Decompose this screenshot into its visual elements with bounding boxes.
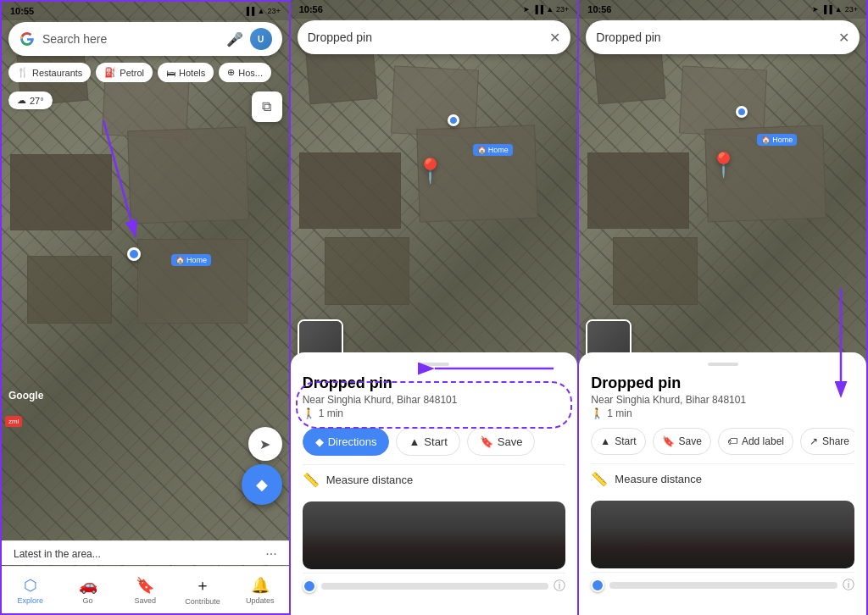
save-label-3: Save	[679, 435, 702, 447]
chip-label: Restaurants	[32, 68, 82, 78]
battery-label-3: 23+	[845, 5, 858, 14]
street-view-3[interactable]	[591, 501, 854, 568]
layer-button[interactable]: ⧉	[252, 91, 282, 122]
battery-label: 23+	[267, 7, 280, 15]
save-button-2[interactable]: 🔖 Save	[467, 428, 536, 456]
home-pin: 🏠 Home	[171, 254, 211, 266]
chip-restaurants[interactable]: 🍴 Restaurants	[8, 63, 91, 82]
nav-updates-label: Updates	[246, 596, 275, 605]
start-icon: ▲	[409, 435, 420, 448]
info-icon-2[interactable]: ⓘ	[554, 579, 565, 594]
status-icons-3: ➤ ▐▐ ▲ 23+	[812, 5, 858, 14]
measure-row-3[interactable]: 📏 Measure distance	[591, 463, 854, 494]
bottom-nav-1: ⬡ Explore 🚗 Go 🔖 Saved ＋ Contribute 🔔 Up…	[2, 566, 289, 613]
chip-label: Petrol	[120, 68, 144, 78]
address-dot-3	[591, 579, 604, 592]
chip-hotels[interactable]: 🛏 Hotels	[158, 63, 214, 82]
chip-label: Hos...	[238, 68, 263, 78]
dropped-pin-marker-2: 📍	[415, 157, 445, 185]
signal-icon: ▐▐	[244, 7, 255, 15]
add-label-text: Add label	[742, 435, 784, 447]
panel-walk-3: 🚶 1 min	[591, 407, 854, 419]
contribute-icon: ＋	[195, 575, 210, 596]
restaurant-icon: 🍴	[17, 67, 29, 78]
go-icon: 🚗	[79, 576, 97, 595]
status-time-1: 10:55	[10, 6, 34, 16]
directions-icon: ◆	[315, 435, 324, 448]
panel-title-2: Dropped pin	[303, 374, 566, 392]
panel-handle-3	[708, 363, 738, 366]
measure-row-2[interactable]: 📏 Measure distance	[303, 464, 566, 495]
google-logo: Google	[8, 390, 43, 402]
nav-saved[interactable]: 🔖 Saved	[116, 576, 174, 605]
dropped-pin-bar-2[interactable]: Dropped pin ✕	[298, 20, 571, 54]
walk-icon-3: 🚶	[591, 407, 604, 419]
status-icons-1: ▐▐ ▲ 23+	[244, 7, 281, 15]
directions-button[interactable]: ◆ Directions	[303, 428, 390, 456]
nav-explore[interactable]: ⬡ Explore	[2, 576, 59, 605]
add-label-button[interactable]: 🏷 Add label	[718, 428, 793, 455]
share-icon: ↗	[810, 435, 818, 447]
start-label-3: Start	[615, 435, 636, 447]
location-dot-2	[448, 114, 459, 126]
chip-label: Hotels	[179, 68, 205, 78]
nav-contribute[interactable]: ＋ Contribute	[174, 575, 231, 606]
compass-icon: ➤	[259, 436, 270, 452]
status-icons-2: ➤ ▐▐ ▲ 23+	[523, 5, 569, 14]
weather-pill[interactable]: ☁ 27°	[8, 91, 53, 109]
panel-title-3: Dropped pin	[591, 374, 854, 392]
street-view-2[interactable]	[303, 501, 566, 569]
latest-bar: Latest in the area... ···	[2, 540, 289, 565]
nav-go[interactable]: 🚗 Go	[59, 576, 117, 605]
close-button-2[interactable]: ✕	[549, 30, 560, 46]
share-button[interactable]: ↗ Share	[800, 428, 854, 455]
panel-3: 10:56 ➤ ▐▐ ▲ 23+ Dropped pin ✕ 🏠Home 📍 D…	[579, 0, 868, 615]
compass-button[interactable]: ➤	[248, 427, 282, 461]
nav-updates[interactable]: 🔔 Updates	[231, 576, 289, 605]
search-input-1[interactable]: Search here	[42, 32, 220, 46]
chip-petrol[interactable]: ⛽ Petrol	[96, 63, 153, 82]
share-label: Share	[822, 435, 849, 447]
location-arrow-icon-3: ➤	[812, 5, 819, 14]
wifi-icon-2: ▲	[546, 5, 554, 14]
bottom-panel-2: Dropped pin Near Singhia Khurd, Bihar 84…	[291, 352, 578, 615]
weather-text: 27°	[30, 96, 44, 106]
panel-2: 10:56 ➤ ▐▐ ▲ 23+ Dropped pin ✕ 🏠Home 📍 D…	[291, 0, 580, 615]
hotel-icon: 🛏	[166, 68, 175, 78]
close-button-3[interactable]: ✕	[838, 30, 849, 46]
search-bar-1[interactable]: Search here 🎤 U	[8, 22, 282, 56]
chip-more[interactable]: ⊕ Hos...	[219, 63, 271, 82]
label-icon: 🏷	[727, 435, 737, 447]
mic-icon[interactable]: 🎤	[226, 31, 243, 47]
dropped-pin-bar-3[interactable]: Dropped pin ✕	[586, 20, 860, 54]
walk-icon: 🚶	[303, 407, 315, 419]
status-bar-3: 10:56 ➤ ▐▐ ▲ 23+	[579, 0, 866, 19]
dropped-pin-marker-3: 📍	[709, 151, 738, 179]
nav-contribute-label: Contribute	[185, 597, 220, 606]
more-dots-icon[interactable]: ···	[265, 546, 276, 562]
start-button-3[interactable]: ▲ Start	[591, 428, 645, 455]
wifi-icon: ▲	[257, 7, 264, 15]
save-button-3[interactable]: 🔖 Save	[653, 428, 711, 455]
measure-label-3: Measure distance	[615, 473, 702, 485]
location-arrow-icon: ➤	[523, 5, 530, 14]
more-icon: ⊕	[227, 67, 235, 78]
info-icon-3[interactable]: ⓘ	[843, 578, 854, 593]
layers-icon: ⧉	[262, 99, 271, 114]
petrol-icon: ⛽	[104, 67, 116, 78]
map-badge: zml	[5, 416, 22, 427]
saved-icon: 🔖	[136, 576, 154, 595]
user-avatar[interactable]: U	[250, 28, 272, 50]
start-button[interactable]: ▲ Start	[396, 428, 459, 456]
wifi-icon-3: ▲	[835, 5, 843, 14]
home-pin-2: 🏠Home	[473, 144, 513, 156]
home-pin-3: 🏠Home	[757, 134, 797, 146]
save-icon: 🔖	[480, 435, 493, 448]
status-bar-1: 10:55 ▐▐ ▲ 23+	[2, 2, 289, 20]
measure-label: Measure distance	[326, 474, 414, 486]
fab-button[interactable]: ◆	[242, 464, 282, 505]
explore-icon: ⬡	[24, 576, 37, 595]
directions-label: Directions	[328, 435, 377, 448]
updates-icon: 🔔	[251, 576, 270, 595]
address-bar-2: ⓘ	[303, 573, 566, 594]
